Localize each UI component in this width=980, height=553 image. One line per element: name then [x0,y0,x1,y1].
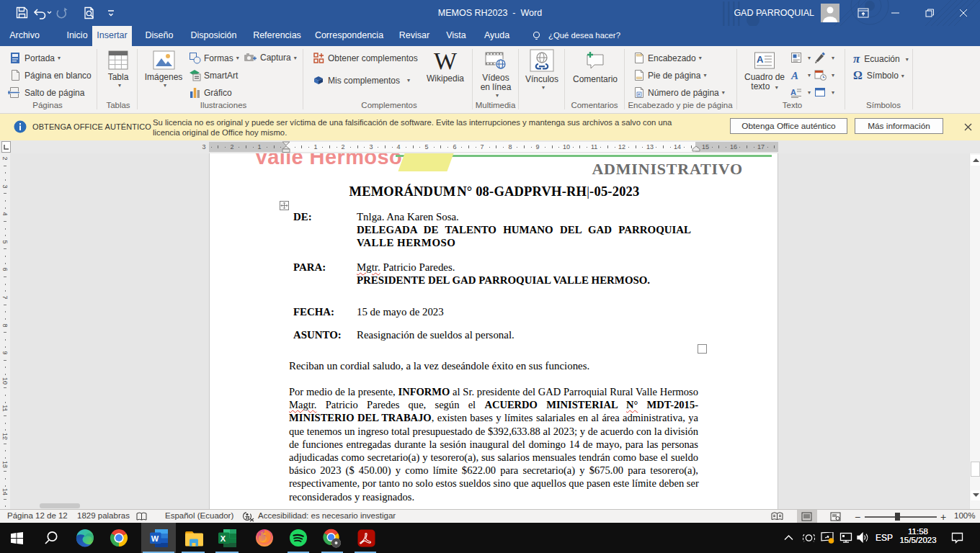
svg-text:A: A [790,88,796,96]
svg-text:W: W [151,534,159,542]
svg-text:X: X [220,534,226,542]
svg-text:A: A [757,54,764,65]
svg-text:A: A [790,70,798,81]
